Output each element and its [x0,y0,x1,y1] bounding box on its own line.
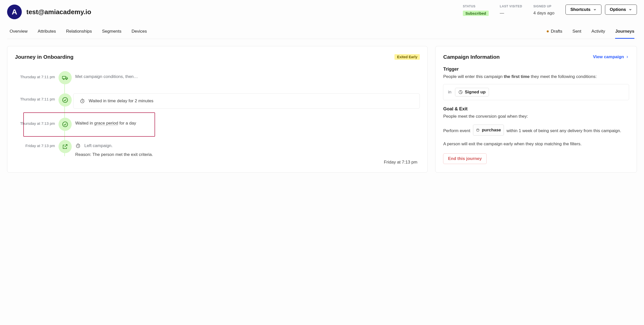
svg-point-8 [477,129,479,131]
timeline-time: Thursday at 7:11 pm [15,93,55,101]
avatar-initial: A [12,8,17,16]
tab-segments[interactable]: Segments [102,26,122,39]
meta-last-visited: LAST VISITED — [500,5,522,16]
trigger-text: People will enter this campaign the firs… [443,73,629,80]
text-pre: Waited in [75,121,94,126]
shortcuts-button[interactable]: Shortcuts [565,5,601,15]
truck-icon [59,71,72,84]
trigger-post: they meet the following conditions: [530,74,597,79]
segment-icon [458,90,463,94]
chevron-down-icon [629,8,632,11]
timeline-text: Met campaign conditions, then… [75,71,420,79]
svg-point-1 [63,78,64,79]
tab-sent[interactable]: Sent [573,26,581,39]
grace-period-link[interactable]: grace period [94,121,118,126]
chevron-right-icon [626,55,629,59]
last-visited-value: — [500,11,522,16]
tab-activity[interactable]: Activity [592,26,605,39]
tab-drafts[interactable]: Drafts [547,26,562,39]
avatar: A [7,5,22,19]
goal-intro: People meet the conversion goal when the… [443,113,629,120]
signed-up-label: SIGNED UP [533,5,554,8]
check-circle-icon [59,118,72,131]
options-button[interactable]: Options [605,5,637,15]
shortcuts-label: Shortcuts [570,7,590,12]
timeline-foot-timestamp: Friday at 7:13 pm [384,160,417,165]
text-post: for a day [118,121,136,126]
timeline-body: Left campaign. Reason: The person met th… [75,140,420,157]
event-chip[interactable]: purchase [473,125,504,136]
meta-status: STATUS Subscribed [463,5,489,16]
tab-drafts-label: Drafts [551,29,562,34]
trigger-heading: Trigger [443,67,629,72]
goal-condition: Perform event purchase within 1 week of … [443,125,629,136]
stopwatch-icon [80,98,85,104]
exited-early-badge: Exited Early [394,54,420,60]
exit-icon [59,140,72,153]
page-header: A test@amiacademy.io STATUS Subscribed L… [7,5,637,19]
view-campaign-link[interactable]: View campaign [593,54,629,59]
timeline-text: Waited in time delay for 2 minutes [89,98,153,104]
event-icon [476,128,480,132]
campaign-info-card: Campaign Information View campaign Trigg… [435,46,637,173]
segment-chip-label: Signed up [465,90,486,95]
svg-point-3 [63,97,68,103]
timeline-time: Friday at 7:13 pm [15,140,55,148]
timeline-time: Thursday at 7:11 pm [15,71,55,79]
timeline-time: Thursday at 7:13 pm [15,118,55,126]
timeline: Thursday at 7:11 pm Met campaign conditi… [15,67,420,165]
timeline-row: Thursday at 7:11 pm Met campaign conditi… [15,67,420,89]
tab-overview[interactable]: Overview [10,26,28,39]
timeline-reason: Reason: The person met the exit criteria… [75,152,420,157]
view-campaign-label: View campaign [593,54,624,59]
svg-point-5 [63,122,68,127]
trigger-strong: the first time [504,74,530,79]
status-label: STATUS [463,5,489,8]
status-badge: Subscribed [463,11,489,16]
check-circle-icon [59,93,72,107]
timeline-box: Waited in time delay for 2 minutes [73,93,420,109]
tab-attributes[interactable]: Attributes [38,26,56,39]
draft-indicator-icon [547,30,549,32]
campaign-info-title: Campaign Information [443,54,500,60]
tab-journeys[interactable]: Journeys [615,26,634,39]
last-visited-label: LAST VISITED [500,5,522,8]
timeline-row: Thursday at 7:11 pm [15,89,420,113]
timeline-row: Friday at 7:13 pm [15,135,420,165]
trigger-pre: People will enter this campaign [443,74,504,79]
timeline-text: Waited in grace period for a day [75,118,420,126]
stopwatch-icon [75,143,81,149]
chevron-down-icon [593,8,597,11]
tab-relationships[interactable]: Relationships [66,26,92,39]
condition-in: in [448,90,451,95]
goal-tail: within 1 week of being sent any delivery… [506,128,621,133]
journey-title: Journey in Onboarding [15,54,73,60]
tabs: Overview Attributes Relationships Segmen… [7,26,637,39]
event-chip-label: purchase [482,126,501,134]
profile-email: test@amiacademy.io [26,8,91,16]
tab-devices[interactable]: Devices [131,26,147,39]
goal-exit-heading: Goal & Exit [443,106,629,112]
meta-signed-up: SIGNED UP 4 days ago [533,5,554,16]
timeline-text: Left campaign. [84,143,113,148]
journey-card: Journey in Onboarding Exited Early Thurs… [7,46,428,173]
end-journey-label: End this journey [448,156,482,161]
exit-text: A person will exit the campaign early wh… [443,141,629,147]
options-label: Options [610,7,626,12]
signed-up-value: 4 days ago [533,11,554,16]
perform-event-label: Perform event [443,128,470,133]
end-journey-button[interactable]: End this journey [443,153,486,164]
trigger-condition-box: in Signed up [443,84,629,100]
svg-point-2 [66,78,67,79]
segment-chip[interactable]: Signed up [455,88,489,96]
timeline-row-highlighted: Thursday at 7:13 pm Waited in grace peri… [15,113,420,135]
